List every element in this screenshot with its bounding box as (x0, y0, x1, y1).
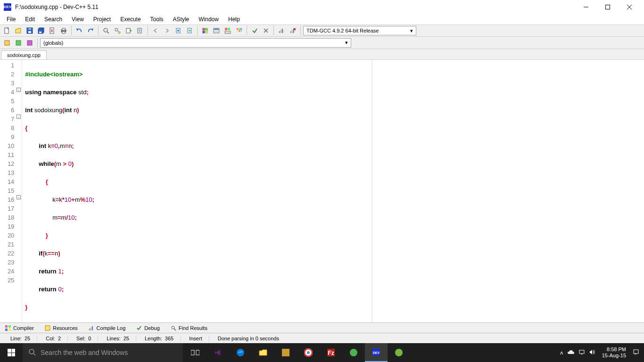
taskbar-utorrent-icon[interactable] (388, 343, 410, 362)
taskbar-devcpp-icon[interactable]: DEV (365, 343, 388, 362)
bookmark-icon[interactable] (173, 25, 183, 36)
app-icon: DEV (4, 3, 11, 11)
compiler-tab-icon (5, 325, 11, 331)
new-other-icon[interactable] (25, 38, 35, 48)
new-project-icon[interactable] (2, 38, 12, 48)
menu-view[interactable]: View (67, 15, 89, 24)
svg-line-18 (107, 32, 109, 33)
tab-compiler[interactable]: Compiler (2, 324, 37, 332)
undo-icon[interactable] (74, 25, 84, 36)
taskbar-search-placeholder: Search the web and Windows (41, 349, 128, 356)
menu-edit[interactable]: Edit (20, 15, 40, 24)
fold-toggle-icon[interactable]: - (17, 195, 21, 199)
taskbar-edge-icon[interactable] (229, 343, 252, 362)
menu-astyle[interactable]: AStyle (168, 15, 194, 24)
new-file-icon[interactable] (2, 25, 12, 36)
stop-icon[interactable] (261, 25, 271, 36)
svg-rect-29 (203, 28, 205, 30)
svg-rect-21 (126, 28, 130, 33)
compile-run-icon[interactable] (223, 25, 233, 36)
onedrive-icon[interactable] (567, 349, 575, 356)
new-class-icon[interactable] (13, 38, 24, 48)
menu-tools[interactable]: Tools (146, 15, 168, 24)
save-all-icon[interactable] (36, 25, 46, 36)
taskbar-vs-icon[interactable] (206, 343, 229, 362)
taskbar-explorer-icon[interactable] (252, 343, 274, 362)
start-button[interactable] (0, 343, 23, 362)
taskbar-search[interactable]: Search the web and Windows (23, 343, 183, 362)
file-tab[interactable]: sodoixung.cpp (1, 50, 47, 59)
tab-compile-log[interactable]: Compile Log (85, 324, 129, 332)
taskbar-clock[interactable]: 8:58 PM 15-Aug-15 (599, 346, 629, 359)
svg-rect-51 (292, 30, 293, 33)
find-icon[interactable] (101, 25, 111, 36)
code-area[interactable]: #include<iostream> using namespace std; … (22, 60, 372, 322)
svg-rect-71 (196, 350, 199, 355)
svg-rect-38 (237, 28, 238, 30)
tab-resources[interactable]: Resources (41, 324, 81, 332)
menu-execute[interactable]: Execute (116, 15, 145, 24)
volume-icon[interactable] (589, 349, 595, 356)
toolbar-separator (37, 38, 38, 48)
code-editor[interactable]: 12345 678910 1112131415 1617181920 21222… (0, 59, 644, 322)
replace-icon[interactable] (112, 25, 123, 36)
svg-rect-31 (203, 31, 205, 33)
profile-delete-icon[interactable] (288, 25, 298, 36)
compile-icon[interactable] (200, 25, 210, 36)
menu-window[interactable]: Window (194, 15, 223, 24)
close-button[interactable] (619, 0, 640, 14)
svg-rect-70 (191, 350, 194, 355)
open-file-icon[interactable] (13, 25, 24, 36)
tray-chevron-icon[interactable]: ʌ (560, 350, 563, 356)
fold-toggle-icon[interactable]: - (17, 88, 21, 92)
find-next-icon[interactable] (124, 25, 134, 36)
globals-select[interactable]: (globals) ▾ (40, 38, 351, 48)
menu-project[interactable]: Project (89, 15, 116, 24)
line-number-gutter: 12345 678910 1112131415 1617181920 21222… (0, 60, 22, 322)
status-line: 25 (25, 336, 30, 341)
svg-rect-39 (239, 28, 240, 30)
svg-rect-58 (5, 325, 8, 328)
close-file-icon[interactable] (47, 25, 58, 36)
svg-point-20 (118, 32, 120, 33)
task-view-icon[interactable] (184, 343, 206, 362)
tab-debug[interactable]: Debug (133, 324, 162, 332)
compiler-select[interactable]: TDM-GCC 4.9.2 64-bit Release ▾ (303, 26, 416, 35)
debug-icon[interactable] (249, 25, 260, 36)
forward-icon[interactable] (162, 25, 172, 36)
notifications-icon[interactable] (633, 349, 639, 356)
menu-file[interactable]: File (2, 15, 20, 24)
profile-icon[interactable] (276, 25, 287, 36)
statusbar: Line: 25 Col: 2 Sel: 0 Lines: 25 Length:… (0, 333, 644, 343)
toolbar-separator (300, 26, 301, 35)
minimize-button[interactable] (575, 0, 597, 14)
svg-point-68 (29, 349, 34, 354)
taskbar-app1-icon[interactable] (274, 343, 297, 362)
taskbar-app2-icon[interactable] (342, 343, 365, 362)
toolbar-separator (247, 26, 247, 35)
fold-toggle-icon[interactable]: - (17, 115, 21, 119)
find-results-tab-icon (170, 325, 177, 331)
run-icon[interactable] (211, 25, 222, 36)
network-icon[interactable] (578, 349, 585, 356)
windows-taskbar: Search the web and Windows Fz DEV ʌ 8:58… (0, 343, 644, 362)
save-icon[interactable] (25, 25, 35, 36)
menu-help[interactable]: Help (223, 15, 245, 24)
maximize-button[interactable] (597, 0, 619, 14)
svg-rect-7 (28, 28, 31, 30)
debug-tab-icon (136, 325, 142, 331)
taskbar-chrome-icon[interactable] (297, 343, 320, 362)
menu-search[interactable]: Search (40, 15, 67, 24)
redo-icon[interactable] (85, 25, 96, 36)
print-icon[interactable] (58, 25, 69, 36)
tab-find-results[interactable]: Find Results (167, 324, 210, 332)
taskbar-time: 8:58 PM (602, 346, 626, 353)
rebuild-icon[interactable] (234, 25, 244, 36)
toolbar-separator (273, 26, 274, 35)
window-title: F:\sodoixung.cpp - Dev-C++ 5.11 (15, 4, 575, 10)
taskbar-filezilla-icon[interactable]: Fz (320, 343, 342, 362)
back-icon[interactable] (150, 25, 161, 36)
goto-bookmark-icon[interactable] (184, 25, 195, 36)
goto-line-icon[interactable] (135, 25, 145, 36)
svg-rect-64 (91, 327, 91, 330)
